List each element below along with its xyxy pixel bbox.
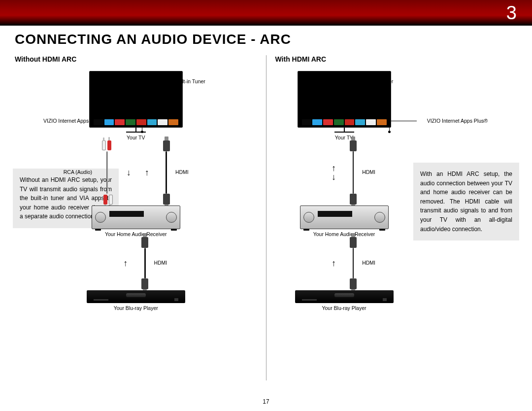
arrow-up-icon: ↑	[332, 259, 336, 268]
receiver-label: Your Home Audio Receiver	[313, 231, 375, 237]
cable-label-hdmi2: HDMI	[154, 260, 167, 266]
tv-device	[89, 71, 183, 133]
cable-row-1-right: HDMI ↑↓	[332, 140, 357, 205]
rca-cable	[102, 140, 113, 205]
subheading-left: Without HDMI ARC	[15, 55, 257, 63]
hdmi-cable	[141, 237, 148, 289]
column-without-arc: Without HDMI ARC Without an HDMI ARC set…	[15, 51, 257, 386]
callout-apps-right: VIZIO Internet Apps Plus®	[427, 118, 488, 124]
receiver-device	[300, 206, 389, 229]
bluray-device	[295, 290, 394, 303]
tv-label: Your TV	[127, 135, 145, 140]
cable-label-rca: RCA (Audio)	[64, 169, 92, 175]
column-divider	[266, 55, 266, 380]
tv-label: Your TV	[335, 135, 353, 140]
info-box-right: With an HDMI ARC setup, the audio connec…	[413, 163, 519, 240]
hdmi-cable	[163, 140, 170, 205]
chapter-banner: 3	[0, 0, 532, 26]
page-number: 17	[263, 398, 269, 405]
cable-label-hdmi2: HDMI	[362, 260, 375, 266]
bluray-device	[87, 290, 185, 303]
subheading-right: With HDMI ARC	[275, 55, 518, 63]
cable-label-hdmi: HDMI	[362, 169, 375, 175]
page-title: CONNECTING AN AUDIO DEVICE - ARC	[0, 26, 532, 51]
arrow-down-icon: ↓	[127, 168, 131, 177]
cable-row-2-right: HDMI ↑	[332, 237, 357, 289]
tv-screen	[298, 71, 391, 128]
arrow-bidirectional-icon: ↑↓	[332, 164, 336, 181]
arrow-up-icon: ↑	[123, 259, 128, 268]
tv-stand	[334, 132, 354, 133]
bluray-label: Your Blu-ray Player	[322, 305, 366, 311]
tv-device	[298, 71, 391, 133]
bluray-label: Your Blu-ray Player	[114, 305, 158, 311]
tv-screen	[89, 71, 183, 128]
arrow-up-icon: ↑	[145, 168, 149, 177]
receiver-device	[92, 206, 180, 229]
cable-row-1-left: RCA (Audio) HDMI ↓ ↑	[102, 140, 170, 205]
tv-apps-bar	[94, 119, 178, 125]
tv-apps-bar	[302, 119, 387, 125]
cable-row-2-left: HDMI ↑	[123, 237, 148, 289]
hdmi-cable	[350, 140, 357, 205]
tv-stand	[126, 132, 146, 133]
chapter-number: 3	[506, 2, 517, 24]
hdmi-cable	[350, 237, 357, 289]
receiver-label: Your Home Audio Receiver	[105, 231, 167, 237]
cable-label-hdmi: HDMI	[175, 169, 189, 175]
column-with-arc: With HDMI ARC With an HDMI ARC setup, th…	[275, 51, 518, 386]
